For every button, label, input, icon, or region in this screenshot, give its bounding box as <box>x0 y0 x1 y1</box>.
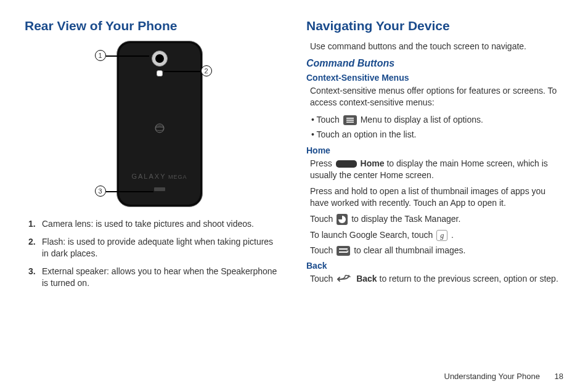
svg-rect-2 <box>346 120 354 121</box>
svg-rect-3 <box>346 121 354 123</box>
callout-line-3 <box>106 191 153 192</box>
command-buttons-heading: Command Buttons <box>306 58 563 69</box>
phone-body: GALAXY MEGA <box>116 41 203 207</box>
brand-big: GALAXY <box>131 173 166 180</box>
legend-desc: : is used to take pictures and shoot vid… <box>91 219 254 229</box>
home-p3b: to display the Task Manager. <box>351 214 460 224</box>
context-menus-heading: Context-Sensitive Menus <box>306 73 563 83</box>
home-p4b: . <box>451 230 454 240</box>
back-text: Touch Back to return to the previous scr… <box>310 273 563 285</box>
context-menus-text: Context-sensitive menus offer options fo… <box>310 85 563 109</box>
legend-num: 2. <box>28 236 42 259</box>
legend-item-3: 3. External speaker: allows you to hear … <box>28 266 282 289</box>
csm1-b: Menu <box>361 115 382 125</box>
home-p4: To launch Google Search, touch g . <box>310 229 563 242</box>
home-p2: Press and hold to open a list of thumbna… <box>310 186 563 210</box>
nav-intro: Use command buttons and the touch screen… <box>310 41 563 53</box>
phone-rear-figure: GALAXY MEGA 1 2 3 <box>25 41 282 207</box>
legend-text: Camera lens: is used to take pictures an… <box>42 218 282 230</box>
speaker-icon <box>154 187 165 191</box>
home-p5b: to clear all thumbnail images. <box>354 245 465 255</box>
clear-thumbnails-icon: × <box>337 246 350 256</box>
camera-lens-icon <box>152 51 168 67</box>
home-p1a: Press <box>310 158 335 168</box>
back-c: to return to the previous screen, option… <box>380 274 558 284</box>
home-p3: Touch to display the Task Manager. <box>310 213 563 226</box>
back-a: Touch <box>310 274 335 284</box>
svg-rect-1 <box>346 118 354 119</box>
home-p4a: To launch Google Search, touch <box>310 230 435 240</box>
legend-desc: : is used to provide adequate light when… <box>42 237 273 258</box>
page-footer: Understanding Your Phone 18 <box>444 372 564 381</box>
csm1-a: Touch <box>317 115 342 125</box>
callout-1: 1 <box>95 50 106 61</box>
phone-back-panel: GALAXY MEGA <box>119 43 200 205</box>
brand-small: MEGA <box>166 174 187 180</box>
legend-text: External speaker: allows you to hear whe… <box>42 266 282 289</box>
legend-term: External speaker <box>42 266 107 276</box>
home-heading: Home <box>306 145 563 155</box>
csm-step-1: Touch Menu to display a list of options. <box>311 113 563 126</box>
legend-num: 3. <box>28 266 42 289</box>
carrier-logo-icon <box>119 123 200 134</box>
legend-term: Flash <box>42 237 63 247</box>
callout-line-2 <box>164 71 201 72</box>
phone-diagram: GALAXY MEGA 1 2 3 <box>95 41 212 207</box>
legend-text: Flash: is used to provide adequate light… <box>42 236 282 259</box>
home-p3a: Touch <box>310 214 335 224</box>
callout-line-1 <box>106 55 149 57</box>
right-column: Navigating Your Device Use command butto… <box>306 18 563 295</box>
rear-view-heading: Rear View of Your Phone <box>25 18 282 33</box>
home-p1b: Home <box>361 158 385 168</box>
menu-icon <box>343 115 357 125</box>
page-number: 18 <box>555 372 563 381</box>
home-p5: Touch × to clear all thumbnail images. <box>310 245 563 257</box>
google-search-icon: g <box>436 230 447 241</box>
back-heading: Back <box>306 261 563 271</box>
home-p5a: Touch <box>310 245 335 255</box>
left-column: Rear View of Your Phone GALAXY MEGA <box>25 18 282 295</box>
home-p1: Press Home to display the main Home scre… <box>310 158 563 182</box>
footer-section: Understanding Your Phone <box>444 372 540 381</box>
navigating-heading: Navigating Your Device <box>306 18 563 33</box>
flash-icon <box>157 70 163 76</box>
svg-point-0 <box>155 124 164 133</box>
phone-branding: GALAXY MEGA <box>119 173 200 180</box>
home-button-icon <box>336 160 357 168</box>
legend-term: Camera lens <box>42 219 91 229</box>
back-b: Back <box>356 274 377 284</box>
back-arrow-icon <box>337 275 353 284</box>
legend-num: 1. <box>28 218 42 230</box>
two-column-layout: Rear View of Your Phone GALAXY MEGA <box>25 18 563 295</box>
csm1-c: to display a list of options. <box>385 115 483 125</box>
callout-3: 3 <box>95 186 106 197</box>
task-manager-icon <box>337 214 348 225</box>
legend-item-1: 1. Camera lens: is used to take pictures… <box>28 218 282 230</box>
legend-item-2: 2. Flash: is used to provide adequate li… <box>28 236 282 259</box>
callout-2: 2 <box>201 65 212 76</box>
csm-step-2: Touch an option in the list. <box>311 128 563 141</box>
context-menu-steps: Touch Menu to display a list of options.… <box>311 113 563 142</box>
rear-view-legend: 1. Camera lens: is used to take pictures… <box>25 218 282 288</box>
